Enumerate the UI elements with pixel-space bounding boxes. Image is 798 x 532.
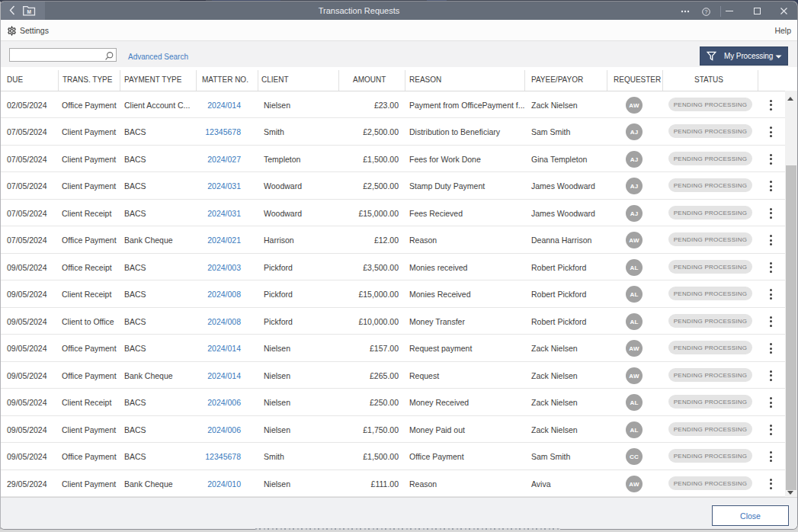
svg-text:?: ? bbox=[705, 9, 708, 14]
